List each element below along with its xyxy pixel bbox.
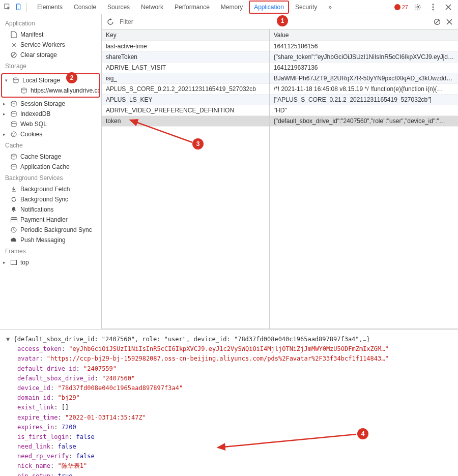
table-row-key[interactable]: last-active-time bbox=[102, 41, 269, 52]
table-row-key[interactable]: ADRIVE_VIDEO_PREFERENCE_DEFINITION bbox=[102, 105, 269, 116]
svg-point-20 bbox=[13, 211, 14, 212]
sidebar-item-payment-handler[interactable]: Payment Handler bbox=[0, 215, 101, 225]
sidebar-item-push-messaging[interactable]: Push Messaging bbox=[0, 235, 101, 245]
annotation-badge-2: 2 bbox=[66, 72, 77, 83]
section-storage-title: Storage bbox=[0, 60, 101, 72]
tab-sources[interactable]: Sources bbox=[102, 1, 135, 14]
block-icon[interactable] bbox=[433, 17, 442, 26]
sidebar-item-local-storage-origin[interactable]: https://www.aliyundrive.co bbox=[2, 85, 99, 96]
table-row-value[interactable]: {"default_sbox_drive_id":"2407560","role… bbox=[270, 116, 458, 127]
expand-toggle-icon[interactable]: ▼ bbox=[6, 336, 13, 343]
tab-performance[interactable]: Performance bbox=[169, 1, 215, 14]
sidebar-item-label: Push Messaging bbox=[20, 236, 66, 244]
inspect-icon[interactable] bbox=[2, 2, 13, 13]
storage-viewer: Key last-active-timeshareTokenADRIVE_LAS… bbox=[102, 14, 458, 329]
table-row-key[interactable]: shareToken bbox=[102, 52, 269, 63]
clock-icon bbox=[10, 226, 17, 233]
sidebar-item-label: Notifications bbox=[20, 206, 53, 213]
table-row-key[interactable]: APLUS_S_CORE_0.21.2_20211231165419_52703… bbox=[102, 84, 269, 95]
table-row-value[interactable]: "HD" bbox=[270, 105, 458, 116]
detail-field[interactable]: pin_setup: true bbox=[6, 471, 452, 476]
section-bgserv-title: Background Services bbox=[0, 172, 101, 184]
cookie-icon bbox=[10, 131, 17, 138]
section-frames-title: Frames bbox=[0, 245, 101, 257]
value-detail-pane[interactable]: ▼ {default_sbox_drive_id: "2407560", rol… bbox=[0, 330, 458, 476]
sidebar-item-cache-storage[interactable]: Cache Storage bbox=[0, 152, 101, 162]
tab-security[interactable]: Security bbox=[290, 1, 322, 14]
error-icon bbox=[394, 4, 400, 10]
svg-line-26 bbox=[130, 120, 192, 142]
table-row-value[interactable]: 1641125186156 bbox=[270, 41, 458, 52]
sidebar-item-application-cache[interactable]: Application Cache bbox=[0, 162, 101, 172]
detail-field[interactable]: device_id: "78d37fd008e040c1965aad897897… bbox=[6, 383, 452, 393]
sidebar-item-notifications[interactable]: Notifications bbox=[0, 204, 101, 215]
sidebar-item-clear-storage[interactable]: Clear storage bbox=[0, 50, 101, 60]
sidebar-item-bg-fetch[interactable]: Background Fetch bbox=[0, 184, 101, 194]
sidebar-item-session-storage[interactable]: Session Storage bbox=[0, 99, 101, 109]
detail-field[interactable]: nick_name: "陈华表1" bbox=[6, 461, 452, 471]
sync-icon bbox=[10, 196, 17, 203]
sidebar-item-indexeddb[interactable]: IndexedDB bbox=[0, 109, 101, 119]
sidebar-item-websql[interactable]: Web SQL bbox=[0, 119, 101, 129]
refresh-icon[interactable] bbox=[106, 17, 115, 26]
sidebar-item-manifest[interactable]: Manifest bbox=[0, 29, 101, 40]
detail-field[interactable]: need_rp_verify: false bbox=[6, 452, 452, 461]
table-row-key[interactable]: ADRIVE_LAST_VISIT bbox=[102, 63, 269, 73]
close-icon[interactable] bbox=[443, 2, 454, 13]
gear-icon[interactable] bbox=[412, 2, 423, 13]
tab-memory[interactable]: Memory bbox=[216, 1, 248, 14]
detail-field[interactable]: expire_time: "2022-01-03T14:35:47Z" bbox=[6, 413, 452, 423]
detail-field[interactable]: default_drive_id: "2407559" bbox=[6, 364, 452, 374]
table-row-key[interactable]: isg_ bbox=[102, 73, 269, 84]
svg-rect-22 bbox=[11, 219, 17, 220]
annotation-badge-1: 1 bbox=[277, 15, 288, 26]
detail-field[interactable]: expires_in: 7200 bbox=[6, 423, 452, 432]
sidebar-item-periodic-sync[interactable]: Periodic Background Sync bbox=[0, 225, 101, 235]
clear-icon[interactable] bbox=[445, 17, 454, 26]
device-toggle-icon[interactable] bbox=[13, 2, 24, 13]
table-row-value[interactable]: {"share_token":"eyJhbGciOiJSUzI1NiIsInR5… bbox=[270, 52, 458, 63]
sidebar-item-label: Service Workers bbox=[20, 41, 65, 48]
table-row-key[interactable]: APLUS_LS_KEY bbox=[102, 95, 269, 105]
table-row-value[interactable]: /*! 2021-11-18 16:45:08 v8.15.19 */ !fun… bbox=[270, 84, 458, 95]
devtools-tabbar: Elements Console Sources Network Perform… bbox=[0, 0, 458, 14]
key-column-header[interactable]: Key bbox=[102, 29, 269, 41]
sidebar-item-label: Periodic Background Sync bbox=[20, 226, 92, 233]
frame-icon bbox=[10, 259, 17, 266]
divider bbox=[26, 3, 27, 12]
table-row-value[interactable]: 1641219637136 bbox=[270, 63, 458, 73]
table-row-value[interactable]: BJaWMFPh67JZT9_82URqX7R-50yYN9pxc8XkjAD_… bbox=[270, 73, 458, 84]
filter-input[interactable] bbox=[118, 17, 430, 27]
detail-field[interactable]: exist_link: [] bbox=[6, 403, 452, 412]
sidebar-item-local-storage[interactable]: Local Storage bbox=[2, 75, 99, 85]
sidebar-item-bg-sync[interactable]: Background Sync bbox=[0, 194, 101, 204]
sidebar-item-label: Session Storage bbox=[20, 100, 65, 107]
svg-point-12 bbox=[11, 111, 16, 113]
sidebar-item-label: Background Fetch bbox=[20, 186, 70, 193]
tab-network[interactable]: Network bbox=[136, 1, 168, 14]
tab-elements[interactable]: Elements bbox=[32, 1, 68, 14]
tab-console[interactable]: Console bbox=[69, 1, 101, 14]
detail-field[interactable]: access_token: "eyJhbGciOiJSUzI1NiIsInR5c… bbox=[6, 344, 452, 354]
svg-point-5 bbox=[433, 6, 434, 8]
section-cache-title: Cache bbox=[0, 139, 101, 152]
tab-more[interactable]: » bbox=[323, 1, 337, 14]
sidebar-item-service-workers[interactable]: Service Workers bbox=[0, 40, 101, 50]
tab-application[interactable]: Application bbox=[249, 1, 289, 14]
detail-field[interactable]: avatar: "https://ccp-bj29-bj-1592982087.… bbox=[6, 354, 452, 364]
error-count[interactable]: 27 bbox=[394, 4, 408, 10]
svg-point-4 bbox=[433, 4, 434, 5]
database-icon bbox=[12, 77, 19, 84]
clear-icon bbox=[10, 51, 17, 58]
table-row-value[interactable]: ["APLUS_S_CORE_0.21.2_20211231165419_527… bbox=[270, 95, 458, 105]
sidebar-item-frame-top[interactable]: top bbox=[0, 257, 101, 267]
cloud-icon bbox=[10, 236, 17, 244]
sidebar-item-label: Local Storage bbox=[22, 77, 60, 84]
detail-field[interactable]: default_sbox_drive_id: "2407560" bbox=[6, 374, 452, 383]
local-storage-highlight-box: Local Storage https://www.aliyundrive.co bbox=[1, 73, 100, 98]
sidebar-item-cookies[interactable]: Cookies bbox=[0, 129, 101, 139]
detail-field[interactable]: domain_id: "bj29" bbox=[6, 393, 452, 403]
annotation-badge-4: 4 bbox=[357, 428, 368, 439]
value-column-header[interactable]: Value bbox=[270, 29, 458, 41]
kebab-icon[interactable] bbox=[427, 2, 439, 13]
